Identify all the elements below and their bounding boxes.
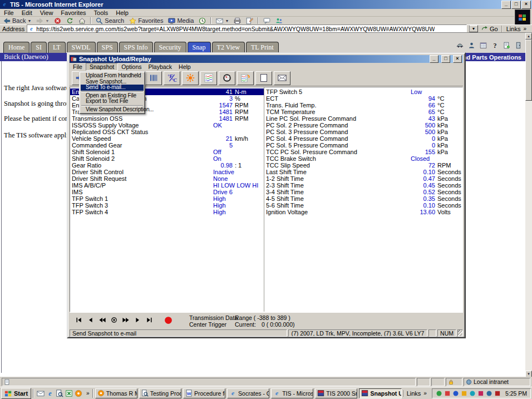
quick-launch-overflow-icon[interactable]: » xyxy=(85,390,91,396)
go-button[interactable]: Go xyxy=(480,26,499,32)
quick-launch-search-doc-icon[interactable] xyxy=(56,390,63,397)
snapshot-menu-help[interactable]: Help xyxy=(175,63,194,70)
fc-toggle-tool[interactable]: °F°C xyxy=(164,71,180,85)
menu-edit[interactable]: Edit xyxy=(18,9,36,16)
param-row[interactable]: Driver Shift RequestNone xyxy=(70,175,264,182)
history-button[interactable] xyxy=(196,17,208,24)
tray-icon-7[interactable] xyxy=(486,390,492,397)
car-icon[interactable] xyxy=(456,42,464,50)
blank-page-tool[interactable] xyxy=(255,71,272,85)
param-row[interactable]: IMS A/B/C/PHI LOW LOW HI xyxy=(70,182,264,189)
tab-sps-info[interactable]: SPS Info xyxy=(119,42,153,53)
search-button[interactable]: Search xyxy=(93,17,126,24)
param-row[interactable]: TCC Slip Speed72RPM xyxy=(264,162,463,169)
stop-button[interactable] xyxy=(52,17,63,24)
param-row[interactable]: IMSDrive 6 xyxy=(70,189,264,195)
param-row[interactable]: Replicated OSS CKT Status xyxy=(70,129,264,135)
param-row[interactable]: 2-3 Shift Time0.45Seconds xyxy=(264,182,463,189)
param-row[interactable]: Transmission OSS1481RPM xyxy=(70,115,264,122)
param-row[interactable]: Trans. Fluid Temp.66°C xyxy=(264,102,463,109)
quick-launch-notes-icon[interactable] xyxy=(75,390,82,397)
menu-item-view-snapshot-description[interactable]: View Snapshot Description... xyxy=(81,107,144,113)
param-row[interactable]: Driver Shift ControlInactive xyxy=(70,169,264,175)
media-button[interactable]: Media xyxy=(166,17,196,24)
param-row[interactable]: 3-4 Shift Time0.52Seconds xyxy=(264,189,463,195)
back-button[interactable]: Back▼ xyxy=(1,17,33,24)
mail-button[interactable]: ▼ xyxy=(214,17,231,24)
menu-tools[interactable]: Tools xyxy=(90,9,112,16)
forward-button[interactable]: ▼ xyxy=(34,17,51,24)
snapshot-minimize-button[interactable]: _ xyxy=(430,55,439,63)
tray-icon-5[interactable] xyxy=(469,390,476,397)
favorites-button[interactable]: Favorites xyxy=(127,17,165,24)
menu-item-export-to-text-file[interactable]: Export to Text File xyxy=(81,98,144,105)
param-row[interactable]: Commanded Gear5 xyxy=(70,142,264,149)
discuss-button[interactable] xyxy=(261,17,273,24)
tab-swdl[interactable]: SWDL xyxy=(67,42,96,53)
snapshot-menu-options[interactable]: Options xyxy=(118,63,145,70)
task-tis-2000-snapshot-uplo[interactable]: TIS 2000 Snapshot Uplo... xyxy=(315,388,357,398)
seek-start-button[interactable] xyxy=(74,315,83,325)
step-back-button[interactable] xyxy=(86,315,95,325)
task-socrates-global-micro[interactable]: eSocrates - Global - Micro... xyxy=(227,388,269,398)
param-row[interactable]: TCC Brake SwitchClosed xyxy=(264,155,463,162)
user-icon[interactable] xyxy=(468,42,475,50)
param-row[interactable]: TFP Switch 3High xyxy=(70,202,264,209)
menu-item-send-to-e-mail[interactable]: Send To e-mail... xyxy=(81,85,144,91)
param-row[interactable]: TFP Switch 5Low xyxy=(264,88,463,95)
tab-si[interactable]: SI xyxy=(31,42,47,53)
tray-icon-4[interactable] xyxy=(461,390,467,397)
param-row[interactable]: ISS/OSS Supply VoltageOK xyxy=(70,122,264,129)
param-row[interactable]: 5-6 Shift Time0.10Seconds xyxy=(264,202,463,209)
barcode-tool[interactable] xyxy=(145,71,162,85)
snapshot-close-button[interactable]: × xyxy=(453,55,462,63)
resize-grip[interactable] xyxy=(457,329,463,337)
quick-launch-mail-icon[interactable] xyxy=(37,390,45,397)
page-scrollbar[interactable]: ▲ ▼ xyxy=(525,33,532,377)
home-button[interactable] xyxy=(76,17,88,24)
tab-sps[interactable]: SPS xyxy=(97,42,118,53)
quick-launch-ie-icon[interactable]: e xyxy=(46,390,54,397)
links-menu[interactable]: Links » xyxy=(501,26,530,32)
address-dropdown[interactable]: ▼ xyxy=(469,25,478,32)
tray-icon-2[interactable] xyxy=(444,390,451,397)
task-thomas-r-martin-inbox[interactable]: Thomas R Martin - Inbox... xyxy=(95,388,137,398)
step-forward-button[interactable] xyxy=(132,315,142,325)
messenger-button[interactable] xyxy=(273,17,285,24)
calendar-icon[interactable] xyxy=(480,42,487,50)
tab-security[interactable]: Security xyxy=(154,42,186,53)
edit-button[interactable] xyxy=(244,17,255,24)
param-row[interactable]: Shift Solenoid 1Off xyxy=(70,149,264,155)
param-row[interactable]: Ignition Voltage13.60Volts xyxy=(264,209,463,215)
tab-t2-view[interactable]: T2 View xyxy=(212,42,245,53)
param-row[interactable]: Last Shift Time0.10Seconds xyxy=(264,169,463,175)
fast-forward-button[interactable] xyxy=(121,315,130,325)
menu-file[interactable]: File xyxy=(0,9,18,16)
close-button[interactable]: × xyxy=(521,1,531,9)
snapshot-menu-file[interactable]: File xyxy=(70,63,86,70)
tab-tl-print[interactable]: TL Print xyxy=(246,42,279,53)
menu-item-upload-from-handheld[interactable]: Upload From Handheld xyxy=(81,73,144,79)
envelope-tool[interactable] xyxy=(274,71,290,85)
param-row[interactable]: Shift Solenoid 2On xyxy=(70,155,264,162)
tab-home[interactable]: Home xyxy=(3,42,29,53)
param-row[interactable]: 1-2 Shift Time0.47Seconds xyxy=(264,175,463,182)
address-input[interactable]: e https://tis2web.service.gm.com/tis2web… xyxy=(27,24,467,33)
start-button[interactable]: Start xyxy=(1,388,31,399)
task-tis-microsoft-internet[interactable]: eTIS - Microsoft Internet ... xyxy=(271,388,313,398)
taskbar-links[interactable]: Links » xyxy=(403,390,430,397)
param-row[interactable]: Vehicle Speed21km/h xyxy=(70,135,264,142)
record-button[interactable] xyxy=(164,315,173,325)
param-row[interactable]: PC Sol. 4 Pressure Command0kPa xyxy=(264,135,463,142)
task-testing-procedures[interactable]: Testing Procedures xyxy=(139,388,181,398)
tray-icon-6[interactable] xyxy=(477,390,484,397)
cert-icon[interactable] xyxy=(503,42,510,50)
param-row[interactable]: 4-5 Shift Time0.35Seconds xyxy=(264,195,463,202)
snapshot-maximize-button[interactable]: □ xyxy=(441,55,450,63)
rewind-button[interactable] xyxy=(97,315,107,325)
graph-record-tool[interactable] xyxy=(237,71,254,85)
param-row[interactable]: TFP Switch 4High xyxy=(70,209,264,215)
tray-icon-8[interactable] xyxy=(494,390,501,397)
gauge-tool[interactable] xyxy=(219,71,235,85)
tab-snap[interactable]: Snap xyxy=(188,42,211,53)
